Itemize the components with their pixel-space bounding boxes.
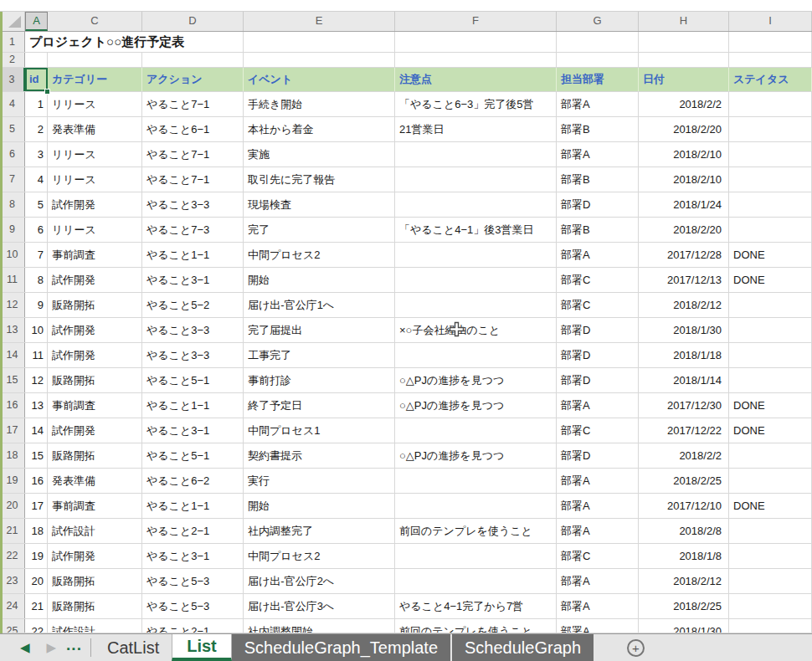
cell-action[interactable]: やること5−2: [142, 293, 244, 317]
cell-note[interactable]: [395, 418, 557, 443]
cell-category[interactable]: 販路開拓: [48, 569, 142, 593]
row-header[interactable]: 22: [0, 544, 25, 568]
cell-department[interactable]: 部署A: [557, 519, 639, 543]
column-header-f[interactable]: F: [395, 12, 557, 31]
cell-status[interactable]: DONE: [729, 243, 812, 267]
row-header[interactable]: 10: [0, 243, 25, 267]
cell-category[interactable]: 事前調査: [48, 494, 142, 518]
cell-event[interactable]: 工事完了: [244, 343, 395, 367]
cell-event[interactable]: 実施: [244, 142, 395, 167]
row-header[interactable]: 9: [0, 218, 25, 242]
cell-date[interactable]: 2018/2/8: [639, 519, 729, 543]
cell-department[interactable]: 部署C: [557, 268, 639, 292]
cell-id[interactable]: 11: [25, 343, 48, 367]
cell-note[interactable]: [395, 469, 557, 493]
cell-status[interactable]: DONE: [729, 494, 812, 518]
cell-empty[interactable]: [557, 53, 639, 67]
cell-id[interactable]: 17: [25, 494, 48, 518]
cell-event[interactable]: 開始: [244, 494, 395, 518]
cell-action[interactable]: やること7−1: [142, 92, 244, 116]
cell-date[interactable]: 2017/12/30: [639, 393, 729, 418]
cell-department[interactable]: 部署C: [557, 293, 639, 317]
cell-status[interactable]: [729, 544, 812, 568]
cell-action[interactable]: やること2−1: [142, 519, 244, 543]
sheet-nav-next-icon[interactable]: ▶: [39, 640, 65, 655]
cell-empty[interactable]: [639, 53, 729, 67]
cell-note[interactable]: ○△PJの進捗を見つつ: [395, 393, 557, 418]
cell-action[interactable]: やること7−1: [142, 167, 244, 192]
cell-action[interactable]: やること7−3: [142, 218, 244, 242]
cell-note[interactable]: [395, 167, 557, 192]
cell-status[interactable]: [729, 318, 812, 342]
cell-status[interactable]: [729, 218, 812, 242]
cell-note[interactable]: 前回のテンプレを使うこと: [395, 519, 557, 543]
cell-department[interactable]: 部署C: [557, 544, 639, 568]
cell-status[interactable]: [729, 619, 812, 633]
cell-note[interactable]: 「やること4−1」後3営業日: [395, 218, 557, 242]
cell-event[interactable]: 実行: [244, 469, 395, 493]
column-header-e[interactable]: E: [244, 12, 395, 31]
cell-date[interactable]: 2018/2/25: [639, 594, 729, 618]
cell-sheet-title[interactable]: プロジェクト○○進行予定表: [25, 32, 244, 52]
cell-category[interactable]: リリース: [48, 92, 142, 116]
cell-category[interactable]: リリース: [48, 167, 142, 192]
cell-department[interactable]: 部署B: [557, 117, 639, 141]
cell-date[interactable]: 2018/2/10: [639, 142, 729, 167]
cell-id[interactable]: 20: [25, 569, 48, 593]
row-header[interactable]: 16: [0, 393, 25, 418]
cell-id[interactable]: 22: [25, 619, 48, 633]
column-header-h[interactable]: H: [639, 12, 729, 31]
cell-date[interactable]: 2018/1/30: [639, 318, 729, 342]
cell-note[interactable]: 「やること6−3」完了後5営: [395, 92, 557, 116]
header-cell-event[interactable]: イベント: [244, 68, 395, 91]
header-cell-action[interactable]: アクション: [142, 68, 244, 91]
cell-empty[interactable]: [729, 53, 812, 67]
cell-status[interactable]: [729, 443, 812, 468]
cell-note[interactable]: [395, 192, 557, 217]
cell-status[interactable]: [729, 167, 812, 192]
row-header[interactable]: 18: [0, 443, 25, 468]
header-cell-date[interactable]: 日付: [639, 68, 729, 91]
cell-department[interactable]: 部署A: [557, 494, 639, 518]
cell-action[interactable]: やること5−3: [142, 569, 244, 593]
row-header[interactable]: 13: [0, 318, 25, 342]
row-header[interactable]: 8: [0, 192, 25, 217]
cell-note[interactable]: [395, 569, 557, 593]
cell-department[interactable]: 部署A: [557, 243, 639, 267]
sheet-tab-catlist[interactable]: CatList: [95, 634, 172, 661]
cell-action[interactable]: やること5−3: [142, 594, 244, 618]
cell-category[interactable]: 試作開発: [48, 318, 142, 342]
cell-note[interactable]: [395, 268, 557, 292]
row-header[interactable]: 1: [0, 32, 25, 52]
sheet-nav-prev-icon[interactable]: ◀: [12, 640, 39, 655]
cell-category[interactable]: 試作開発: [48, 544, 142, 568]
column-header-d[interactable]: D: [142, 12, 244, 31]
cell-department[interactable]: 部署D: [557, 343, 639, 367]
cell-event[interactable]: 届け出-官公庁3へ: [244, 594, 395, 618]
cell-action[interactable]: やること1−1: [142, 494, 244, 518]
cell-action[interactable]: やること5−1: [142, 368, 244, 392]
column-header-i[interactable]: I: [729, 12, 812, 31]
cell-event[interactable]: 開始: [244, 268, 395, 292]
cell-action[interactable]: やること1−1: [142, 243, 244, 267]
cell-event[interactable]: 取引先に完了報告: [244, 167, 395, 192]
cell-status[interactable]: [729, 343, 812, 367]
cell-status[interactable]: [729, 569, 812, 593]
row-header[interactable]: 24: [0, 594, 25, 618]
cell-id[interactable]: 7: [25, 243, 48, 267]
cell-empty[interactable]: [395, 32, 557, 52]
cell-status[interactable]: DONE: [729, 418, 812, 443]
cell-empty[interactable]: [395, 53, 557, 67]
header-cell-department[interactable]: 担当部署: [557, 68, 639, 91]
cell-empty[interactable]: [729, 32, 812, 52]
cell-action[interactable]: やること3−3: [142, 343, 244, 367]
cell-category[interactable]: 発表準備: [48, 469, 142, 493]
cell-action[interactable]: やること6−2: [142, 469, 244, 493]
cell-department[interactable]: 部署A: [557, 619, 639, 633]
cell-id[interactable]: 19: [25, 544, 48, 568]
row-header[interactable]: 7: [0, 167, 25, 192]
row-header[interactable]: 25: [0, 619, 25, 633]
cell-empty[interactable]: [244, 32, 395, 52]
cell-action[interactable]: やること3−1: [142, 418, 244, 443]
row-header[interactable]: 4: [0, 92, 25, 116]
